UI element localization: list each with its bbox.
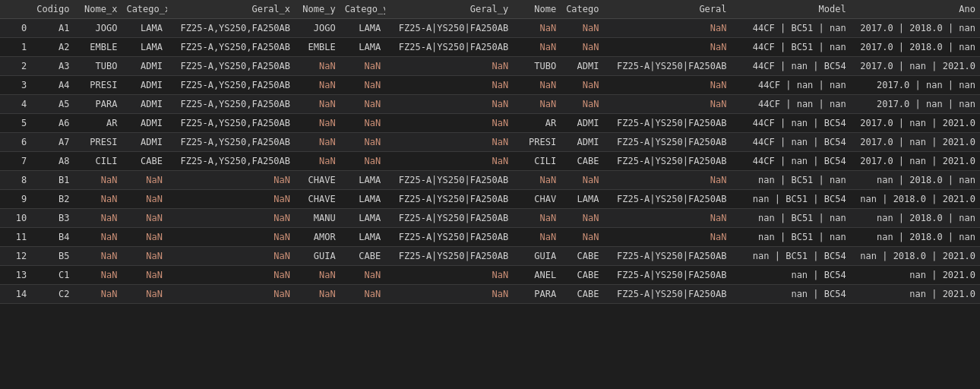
table-cell-geral_y: FZ25-A|YS250|FA250AB xyxy=(385,228,513,247)
table-cell-geral_y: FZ25-A|YS250|FA250AB xyxy=(385,190,513,209)
table-cell-categ_x: NaN xyxy=(122,228,167,247)
table-cell-categ: ADMI xyxy=(561,57,603,76)
table-cell-categ_x: NaN xyxy=(122,209,167,228)
table-row: 8B1NaNNaNNaNCHAVELAMAFZ25-A|YS250|FA250A… xyxy=(0,171,980,190)
table-row: 2A3TUBOADMIFZ25-A,YS250,FA250ABNaNNaNNaN… xyxy=(0,57,980,76)
table-cell-geral_y: NaN xyxy=(385,114,513,133)
table-cell-geral_x: FZ25-A,YS250,FA250AB xyxy=(167,57,295,76)
table-cell-model: nan | BC51 | nan xyxy=(732,209,851,228)
table-cell-geral: NaN xyxy=(603,38,731,57)
table-cell-model: 44CF | nan | BC54 xyxy=(732,152,851,171)
table-cell-nome: NaN xyxy=(513,95,561,114)
table-cell-codigo: A5 xyxy=(31,95,74,114)
table-cell-geral: FZ25-A|YS250|FA250AB xyxy=(603,190,731,209)
table-cell-categ_y: NaN xyxy=(340,114,386,133)
col-header-categ: Catego xyxy=(561,0,603,19)
table-cell-nome_y: CHAVE xyxy=(295,171,340,190)
table-cell-idx: 6 xyxy=(0,133,31,152)
table-cell-codigo: B1 xyxy=(31,171,74,190)
table-cell-ano: nan | 2018.0 | 2021.0 xyxy=(851,190,980,209)
table-cell-categ_x: ADMI xyxy=(122,76,167,95)
table-cell-ano: nan | 2018.0 | nan xyxy=(851,209,980,228)
table-cell-idx: 7 xyxy=(0,152,31,171)
table-cell-geral: FZ25-A|YS250|FA250AB xyxy=(603,266,731,285)
table-cell-model: 44CF | nan | BC54 xyxy=(732,114,851,133)
table-cell-geral_x: NaN xyxy=(167,228,295,247)
table-cell-categ: CABE xyxy=(561,266,603,285)
table-cell-nome_x: PRESI xyxy=(74,76,122,95)
table-row: 11B4NaNNaNNaNAMORLAMAFZ25-A|YS250|FA250A… xyxy=(0,228,980,247)
table-cell-categ_x: NaN xyxy=(122,266,167,285)
table-cell-geral: NaN xyxy=(603,228,731,247)
table-cell-nome: ANEL xyxy=(513,266,561,285)
table-row: 5A6ARADMIFZ25-A,YS250,FA250ABNaNNaNNaNAR… xyxy=(0,114,980,133)
table-cell-ano: 2017.0 | 2018.0 | nan xyxy=(851,38,980,57)
table-cell-geral_x: NaN xyxy=(167,209,295,228)
table-cell-categ: NaN xyxy=(561,76,603,95)
table-cell-nome_x: NaN xyxy=(74,228,122,247)
table-cell-categ_y: LAMA xyxy=(340,228,386,247)
table-cell-idx: 3 xyxy=(0,76,31,95)
table-cell-ano: 2017.0 | nan | 2021.0 xyxy=(851,114,980,133)
table-cell-nome_y: JOGO xyxy=(295,19,340,38)
table-cell-geral: FZ25-A|YS250|FA250AB xyxy=(603,152,731,171)
table-cell-geral: FZ25-A|YS250|FA250AB xyxy=(603,133,731,152)
table-cell-categ: NaN xyxy=(561,171,603,190)
data-table-container: Codigo Nome_x Catego_x Geral_x Nome_y Ca… xyxy=(0,0,980,304)
table-cell-ano: 2017.0 | nan | 2021.0 xyxy=(851,57,980,76)
table-cell-nome: TUBO xyxy=(513,57,561,76)
table-cell-nome: NaN xyxy=(513,209,561,228)
data-table: Codigo Nome_x Catego_x Geral_x Nome_y Ca… xyxy=(0,0,980,304)
table-cell-nome: NaN xyxy=(513,19,561,38)
table-cell-codigo: B4 xyxy=(31,228,74,247)
table-cell-idx: 4 xyxy=(0,95,31,114)
table-cell-geral: FZ25-A|YS250|FA250AB xyxy=(603,247,731,266)
table-cell-geral: NaN xyxy=(603,76,731,95)
table-cell-nome_y: NaN xyxy=(295,76,340,95)
table-cell-geral_y: FZ25-A|YS250|FA250AB xyxy=(385,247,513,266)
table-cell-geral_y: NaN xyxy=(385,152,513,171)
table-cell-categ_x: ADMI xyxy=(122,114,167,133)
table-row: 4A5PARAADMIFZ25-A,YS250,FA250ABNaNNaNNaN… xyxy=(0,95,980,114)
table-cell-model: nan | BC51 | BC54 xyxy=(732,247,851,266)
table-cell-categ_y: NaN xyxy=(340,266,386,285)
table-cell-geral_x: FZ25-A,YS250,FA250AB xyxy=(167,114,295,133)
table-cell-model: 44CF | nan | BC54 xyxy=(732,133,851,152)
table-cell-nome_x: NaN xyxy=(74,171,122,190)
table-cell-codigo: B2 xyxy=(31,190,74,209)
table-cell-geral_y: FZ25-A|YS250|FA250AB xyxy=(385,38,513,57)
table-row: 3A4PRESIADMIFZ25-A,YS250,FA250ABNaNNaNNa… xyxy=(0,76,980,95)
table-cell-ano: nan | 2021.0 xyxy=(851,285,980,304)
table-cell-codigo: A4 xyxy=(31,76,74,95)
col-header-geraly: Geral_y xyxy=(385,0,513,19)
table-cell-idx: 5 xyxy=(0,114,31,133)
col-header-model: Model xyxy=(732,0,851,19)
table-row: 1A2EMBLELAMAFZ25-A,YS250,FA250ABEMBLELAM… xyxy=(0,38,980,57)
table-cell-ano: nan | 2021.0 xyxy=(851,266,980,285)
table-cell-geral_x: NaN xyxy=(167,266,295,285)
table-row: 10B3NaNNaNNaNMANULAMAFZ25-A|YS250|FA250A… xyxy=(0,209,980,228)
table-cell-nome_y: CHAVE xyxy=(295,190,340,209)
table-cell-ano: 2017.0 | nan | nan xyxy=(851,95,980,114)
table-cell-nome_y: NaN xyxy=(295,285,340,304)
table-cell-geral_x: FZ25-A,YS250,FA250AB xyxy=(167,133,295,152)
table-cell-categ: CABE xyxy=(561,247,603,266)
table-cell-nome_x: CILI xyxy=(74,152,122,171)
table-cell-nome_x: NaN xyxy=(74,190,122,209)
table-cell-nome: CILI xyxy=(513,152,561,171)
table-cell-ano: 2017.0 | nan | nan xyxy=(851,76,980,95)
table-cell-categ: NaN xyxy=(561,209,603,228)
table-cell-nome: NaN xyxy=(513,171,561,190)
table-cell-idx: 9 xyxy=(0,190,31,209)
table-cell-nome_x: AR xyxy=(74,114,122,133)
table-cell-codigo: A3 xyxy=(31,57,74,76)
table-cell-categ_y: LAMA xyxy=(340,190,386,209)
table-cell-categ_y: NaN xyxy=(340,285,386,304)
table-cell-idx: 11 xyxy=(0,228,31,247)
table-cell-categ: NaN xyxy=(561,95,603,114)
table-cell-categ: LAMA xyxy=(561,190,603,209)
table-cell-geral_x: NaN xyxy=(167,285,295,304)
table-cell-nome: NaN xyxy=(513,76,561,95)
table-cell-idx: 10 xyxy=(0,209,31,228)
table-cell-ano: 2017.0 | nan | 2021.0 xyxy=(851,133,980,152)
